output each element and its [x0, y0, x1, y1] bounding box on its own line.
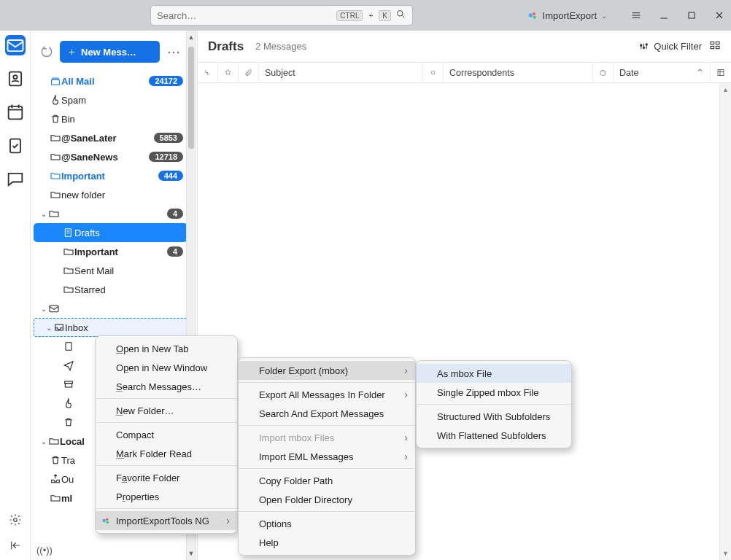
app-menu-icon[interactable] [630, 9, 642, 21]
search-icon[interactable] [395, 9, 406, 22]
address-book-icon[interactable] [5, 69, 26, 89]
sync-icon[interactable] [39, 44, 54, 59]
col-thread-icon[interactable] [198, 63, 218, 82]
menu-search-and-export[interactable]: Search And Export Messages [239, 404, 415, 423]
note-icon [63, 341, 74, 352]
mail-space-icon[interactable] [5, 35, 26, 55]
menu-favorite-folder[interactable]: Favorite Folder [96, 468, 237, 487]
window-close-icon[interactable] [713, 9, 725, 21]
folder-icon [50, 189, 61, 201]
global-search[interactable]: CTRL + K [150, 5, 413, 26]
status-connection-icon: ((•)) [36, 545, 53, 556]
col-picker-icon[interactable] [711, 63, 731, 82]
col-star-icon[interactable] [218, 63, 239, 82]
menu-copy-folder-path[interactable]: Copy Folder Path [239, 471, 415, 490]
tasks-icon[interactable] [5, 136, 26, 156]
folder-sent-mail[interactable]: Sent Mail [34, 261, 187, 280]
folder-important-2[interactable]: Important 4 [34, 242, 187, 261]
chevron-down-icon[interactable]: ⌄ [39, 305, 48, 313]
chevron-down-icon[interactable]: ⌄ [39, 210, 48, 218]
folder-unnamed-parent[interactable]: ⌄ 4 [34, 204, 187, 223]
svg-rect-15 [8, 106, 22, 120]
menu-import-export-tools[interactable]: ImportExportTools NG [96, 511, 237, 530]
folder-icon [50, 151, 61, 163]
menu-open-new-window[interactable]: Open in New Window [96, 358, 237, 377]
folder-drafts[interactable]: Drafts [34, 223, 187, 242]
folder-important[interactable]: Important 444 [34, 166, 187, 185]
col-read-icon[interactable] [423, 63, 444, 82]
folder-icon [63, 265, 74, 276]
svg-rect-30 [66, 343, 71, 351]
svg-rect-12 [7, 40, 23, 51]
chat-icon[interactable] [5, 169, 26, 190]
menu-folder-export-mbox[interactable]: Folder Export (mbox) [239, 361, 415, 380]
menu-compact[interactable]: Compact [96, 425, 237, 444]
collapse-rail-icon[interactable] [9, 539, 22, 554]
menu-options[interactable]: Options [239, 514, 415, 533]
menu-help[interactable]: Help [239, 533, 415, 552]
folder-new-folder[interactable]: new folder [34, 185, 187, 204]
folder-context-menu: Open in New Tab Open in New Window Searc… [95, 335, 238, 534]
col-correspondents[interactable]: Correspondents [444, 63, 593, 82]
scrollbar-thumb[interactable] [188, 47, 194, 149]
kbd-ctrl: CTRL [336, 10, 363, 21]
menu-import-mbox: Import mbox Files [239, 428, 415, 447]
chevron-down-icon[interactable]: ⌄ [39, 438, 48, 446]
titlebar: CTRL + K ImportExport ⌄ [0, 0, 731, 31]
svg-point-20 [13, 518, 17, 522]
menu-properties[interactable]: Properties [96, 487, 237, 506]
menu-structured-subfolders[interactable]: Structured With Subfolders [417, 407, 571, 426]
svg-point-48 [102, 519, 106, 523]
folder-spam[interactable]: Spam [34, 90, 187, 109]
message-count: 2 Messages [255, 41, 306, 52]
menu-flattened-subfolders[interactable]: With Flattened Subfolders [417, 426, 571, 445]
folder-pane-more-icon[interactable]: ⋯ [166, 44, 182, 60]
flame-icon [50, 94, 61, 106]
mbox-export-submenu: As mbox File Single Zipped mbox File Str… [416, 360, 572, 448]
folder-sanelater[interactable]: @SaneLater 5853 [34, 128, 187, 147]
folder-icon [50, 132, 61, 144]
folder-icon [50, 492, 61, 504]
menu-import-eml[interactable]: Import EML Messages [239, 447, 415, 466]
folder-sanenews[interactable]: @SaneNews 12718 [34, 147, 187, 166]
folder-all-mail[interactable]: All Mail 24172 [34, 71, 187, 90]
chevron-down-icon[interactable]: ⌄ [45, 324, 53, 332]
sent-icon [63, 359, 74, 371]
svg-rect-25 [53, 78, 58, 79]
quick-filter-button[interactable]: Quick Filter [638, 41, 702, 52]
folder-bin[interactable]: Bin [34, 109, 187, 128]
folder-account-row[interactable]: ⌄ [34, 299, 187, 318]
menu-mark-folder-read[interactable]: Mark Folder Read [96, 444, 237, 463]
stack-icon [50, 75, 61, 87]
folder-inbox[interactable]: ⌄ Inbox [34, 318, 187, 337]
display-options-icon[interactable] [709, 39, 721, 53]
window-minimize-icon[interactable] [658, 9, 670, 21]
svg-rect-41 [711, 46, 714, 48]
folder-starred[interactable]: Starred [34, 280, 187, 299]
menu-open-folder-directory[interactable]: Open Folder Directory [239, 490, 415, 509]
window-maximize-icon[interactable] [686, 9, 697, 21]
menu-single-zipped-mbox[interactable]: Single Zipped mbox File [417, 383, 571, 402]
outbox-icon [50, 473, 61, 485]
col-date[interactable]: Date ⌃ [614, 63, 711, 82]
new-message-button[interactable]: New Mess… [60, 41, 160, 63]
message-list-scrollbar[interactable]: ▲▼ [719, 83, 731, 560]
col-attachment-icon[interactable] [239, 63, 259, 82]
menu-as-mbox-file[interactable]: As mbox File [417, 364, 571, 383]
menu-export-all-messages[interactable]: Export All Messages In Folder [239, 385, 415, 404]
import-export-toolbar-button[interactable]: ImportExport ⌄ [522, 5, 611, 26]
folder-icon [63, 284, 74, 295]
svg-point-3 [533, 12, 535, 15]
menu-open-new-tab[interactable]: Open in New Tab [96, 339, 237, 358]
calendar-icon[interactable] [5, 102, 26, 122]
svg-point-0 [398, 11, 403, 17]
folder-icon [48, 208, 60, 219]
search-input[interactable] [157, 10, 332, 21]
col-junk-icon[interactable] [593, 63, 614, 82]
menu-search-messages[interactable]: Search Messages… [96, 377, 237, 396]
svg-rect-32 [65, 384, 71, 387]
menu-new-folder[interactable]: New Folder… [96, 401, 237, 420]
col-subject[interactable]: Subject [259, 63, 423, 82]
pane-title: Drafts [208, 39, 244, 54]
settings-icon[interactable] [9, 513, 22, 529]
